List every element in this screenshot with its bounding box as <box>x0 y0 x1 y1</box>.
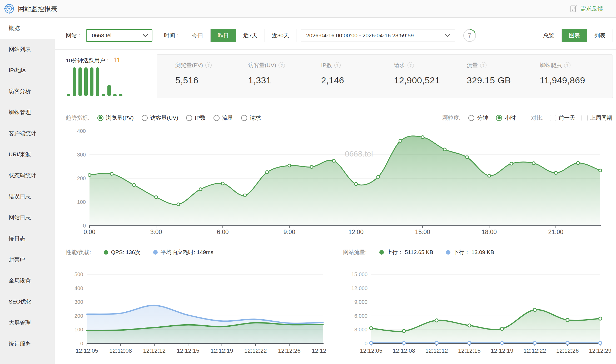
time-range-button[interactable]: 昨日 <box>211 29 236 42</box>
refresh-countdown-ring: 7 <box>463 29 476 42</box>
active-users-bar-chart <box>66 67 157 96</box>
page-title: 网站监控报表 <box>18 4 57 13</box>
controls-row: 网站： 0668.tel 时间： 今日昨日近7天近30天 2026-04-16 … <box>55 18 616 50</box>
svg-text:12:12:12: 12:12:12 <box>143 347 166 354</box>
trend-metric-radio[interactable]: 流量 <box>213 114 233 122</box>
granularity-radio[interactable]: 分钟 <box>468 114 488 122</box>
view-toggle-button[interactable]: 图表 <box>562 29 587 42</box>
help-icon[interactable]: ? <box>564 62 570 68</box>
compare-checkbox-label: 上周同期 <box>590 114 612 122</box>
svg-text:200: 200 <box>74 313 83 319</box>
svg-text:12:12:05: 12:12:05 <box>360 347 382 354</box>
compare-checkbox[interactable]: 上周同期 <box>582 114 612 122</box>
trend-metric-radio[interactable]: 请求 <box>241 114 261 122</box>
trend-metric-radio[interactable]: IP数 <box>186 114 206 122</box>
legend-dot <box>379 250 384 255</box>
view-toggle-button[interactable]: 列表 <box>587 29 613 42</box>
sidebar-item[interactable]: 状态码统计 <box>0 165 55 186</box>
time-range-button[interactable]: 近7天 <box>236 29 265 42</box>
traffic-legend: 网站流量: 上行： 5112.65 KB下行： 13.09 KB <box>343 247 494 257</box>
time-label: 时间： <box>164 32 181 39</box>
stat-value: 329.15 GB <box>467 75 540 85</box>
granularity-group: 分钟小时 <box>460 114 516 122</box>
stat-value: 1,331 <box>248 75 321 85</box>
svg-text:12:12:29: 12:12:29 <box>589 347 612 354</box>
sidebar-item[interactable]: SEO优化 <box>0 291 55 312</box>
refresh-countdown[interactable]: 7 <box>463 29 476 42</box>
active-users-label: 10分钟活跃用户： <box>66 57 111 64</box>
sidebar-item[interactable]: URI/来源 <box>0 144 55 165</box>
legend-dot <box>446 250 450 255</box>
time-range-button[interactable]: 今日 <box>185 29 211 42</box>
svg-text:300: 300 <box>74 299 83 305</box>
trend-metric-radio-circle <box>186 115 192 121</box>
activity-bar <box>67 94 70 96</box>
trend-metric-radio-circle <box>241 115 247 121</box>
help-icon[interactable]: ? <box>408 62 414 68</box>
site-select[interactable]: 0668.tel <box>86 29 152 42</box>
sidebar-item[interactable]: 访客分析 <box>0 81 55 102</box>
trend-controls-row: 趋势指标: 浏览量(PV)访客量(UV)IP数流量请求 颗粒度: 分钟小时 对比… <box>66 112 612 124</box>
stat-value: 11,949,869 <box>540 75 613 85</box>
trend-metric-radio-circle <box>142 115 148 121</box>
sidebar-item[interactable]: 客户端统计 <box>0 123 55 144</box>
site-select-value: 0668.tel <box>92 32 112 39</box>
trend-metric-radio-label: 请求 <box>250 114 261 122</box>
feedback-label: 需求反馈 <box>580 5 603 13</box>
stat-card: 浏览量(PV)?5,516 <box>175 62 248 98</box>
stat-label-row: 蜘蛛爬虫? <box>540 62 613 69</box>
trend-metric-radio-circle <box>97 115 103 121</box>
date-range-picker[interactable]: 2026-04-16 00:00:00 - 2026-04-16 23:59:5… <box>301 29 455 42</box>
compare-checkbox[interactable]: 前一天 <box>550 114 575 122</box>
stat-label: IP数 <box>321 62 332 69</box>
sidebar-item[interactable]: 网站日志 <box>0 207 55 228</box>
trend-metric-radio[interactable]: 浏览量(PV) <box>97 114 134 122</box>
granularity-radio-circle <box>496 115 502 121</box>
stat-value: 12,900,521 <box>394 75 467 85</box>
svg-text:12,000: 12,000 <box>351 285 367 291</box>
granularity-radio-label: 小时 <box>505 114 516 122</box>
sidebar-item[interactable]: 蜘蛛管理 <box>0 102 55 123</box>
compare-group: 前一天上周同期 <box>544 114 612 122</box>
traffic-legend-title: 网站流量: <box>343 249 367 256</box>
stat-label: 蜘蛛爬虫 <box>540 62 562 69</box>
time-range-button[interactable]: 近30天 <box>265 29 296 42</box>
help-icon[interactable]: ? <box>334 62 341 68</box>
traffic-chart: 03,0006,0009,00012,00015,00012:12:0512:1… <box>347 265 613 357</box>
svg-text:12:12:22: 12:12:22 <box>524 347 546 354</box>
sidebar-item[interactable]: 网站列表 <box>0 39 55 60</box>
stat-card: 流量?329.15 GB <box>467 62 540 98</box>
trend-metric-radio[interactable]: 访客量(UV) <box>142 114 178 122</box>
sidebar-item[interactable]: 慢日志 <box>0 228 55 249</box>
sidebar-item[interactable]: 封禁IP <box>0 249 55 270</box>
trend-metric-radio-label: 访客量(UV) <box>150 114 178 122</box>
sidebar-item[interactable]: IP/地区 <box>0 60 55 81</box>
activity-bar <box>113 94 117 96</box>
sidebar-item[interactable]: 全局设置 <box>0 270 55 291</box>
svg-text:12:12:15: 12:12:15 <box>177 347 200 354</box>
sidebar-item[interactable]: 统计服务 <box>0 333 55 354</box>
feedback-button[interactable]: 需求反馈 <box>570 5 603 13</box>
activity-bar <box>90 67 93 96</box>
svg-text:12:12:26: 12:12:26 <box>278 347 301 354</box>
svg-text:100: 100 <box>77 199 86 205</box>
sidebar-nav: 概览网站列表IP/地区访客分析蜘蛛管理客户端统计URI/来源状态码统计错误日志网… <box>0 18 55 364</box>
trend-metric-radio-circle <box>213 115 220 121</box>
svg-text:12:12:29: 12:12:29 <box>312 347 326 354</box>
svg-text:0: 0 <box>83 223 86 229</box>
performance-chart: 010020030040050012:12:0512:12:0812:12:12… <box>66 265 326 357</box>
sidebar-item[interactable]: 大屏管理 <box>0 312 55 333</box>
stat-label: 流量 <box>467 62 478 69</box>
checkbox-box <box>550 115 556 121</box>
svg-text:500: 500 <box>74 271 83 277</box>
help-icon[interactable]: ? <box>205 62 212 68</box>
legend-item-text: 上行： 5112.65 KB <box>387 249 433 256</box>
svg-text:12:12:08: 12:12:08 <box>109 347 132 354</box>
help-icon[interactable]: ? <box>480 62 486 68</box>
granularity-radio[interactable]: 小时 <box>496 114 516 122</box>
legend-item: QPS: 136次 <box>104 249 141 256</box>
help-icon[interactable]: ? <box>279 62 285 68</box>
view-toggle-button[interactable]: 总览 <box>536 29 562 42</box>
sidebar-item[interactable]: 概览 <box>0 18 55 39</box>
sidebar-item[interactable]: 错误日志 <box>0 186 55 207</box>
